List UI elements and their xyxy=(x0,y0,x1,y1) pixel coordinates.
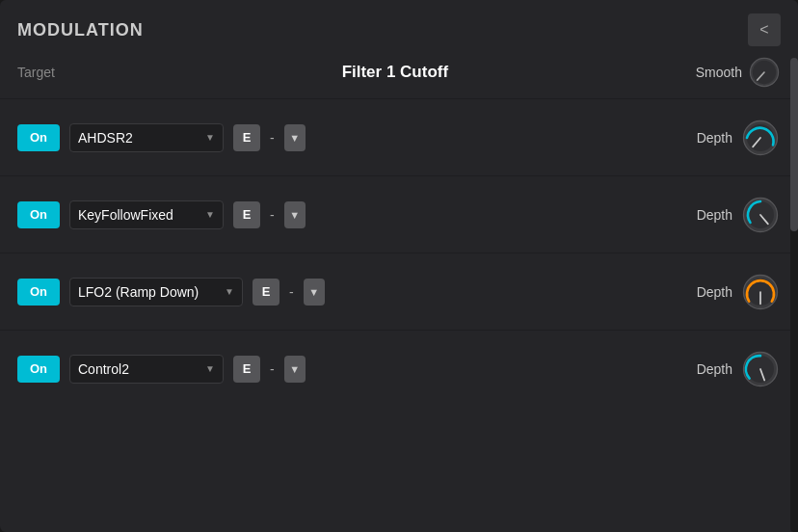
on-button-3[interactable]: On xyxy=(17,279,60,306)
source-name-2: KeyFollowFixed xyxy=(78,207,173,223)
e-button-2[interactable]: E xyxy=(233,201,260,228)
panel-title: MODULATION xyxy=(17,20,144,40)
small-chevron-btn-4[interactable]: ▼ xyxy=(284,356,306,383)
on-button-2[interactable]: On xyxy=(17,201,60,228)
small-chevron-btn-2[interactable]: ▼ xyxy=(284,201,306,228)
target-row: Target Filter 1 Cutoff Smooth xyxy=(0,56,798,98)
depth-area-3: Depth xyxy=(697,272,781,312)
depth-knob-2[interactable] xyxy=(740,195,781,235)
chevron-icon-2: ▼ xyxy=(205,209,215,220)
depth-area-4: Depth xyxy=(697,349,781,389)
depth-knob-4[interactable] xyxy=(740,349,781,389)
depth-label-2: Depth xyxy=(697,207,732,223)
e-button-3[interactable]: E xyxy=(253,279,279,306)
mod-row: On Control2 ▼ E - ▼ Depth xyxy=(0,330,798,407)
modulation-panel: MODULATION < Target Filter 1 Cutoff Smoo… xyxy=(0,0,798,532)
depth-area-2: Depth xyxy=(697,195,781,235)
mod-rows-container: On AHDSR2 ▼ E - ▼ Depth On xyxy=(0,98,798,532)
source-name-4: Control2 xyxy=(78,361,129,377)
depth-area-1: Depth xyxy=(697,118,781,158)
on-button-1[interactable]: On xyxy=(17,124,60,151)
mod-row: On KeyFollowFixed ▼ E - ▼ Depth xyxy=(0,175,798,253)
chevron-icon-1: ▼ xyxy=(205,132,215,143)
mod-row: On AHDSR2 ▼ E - ▼ Depth xyxy=(0,98,798,175)
on-button-4[interactable]: On xyxy=(17,356,60,383)
dash-3: - xyxy=(289,284,294,300)
small-chevron-btn-1[interactable]: ▼ xyxy=(284,124,306,151)
depth-label-1: Depth xyxy=(697,130,732,146)
e-button-4[interactable]: E xyxy=(233,356,260,383)
scrollbar[interactable] xyxy=(790,58,798,532)
source-name-1: AHDSR2 xyxy=(78,130,133,146)
dash-2: - xyxy=(270,207,275,223)
dash-4: - xyxy=(270,361,275,377)
depth-label-4: Depth xyxy=(697,361,732,377)
filter-name: Filter 1 Cutoff xyxy=(110,63,680,82)
source-dropdown-3[interactable]: LFO2 (Ramp Down) ▼ xyxy=(69,278,243,306)
mod-row: On LFO2 (Ramp Down) ▼ E - ▼ Depth xyxy=(0,253,798,330)
source-dropdown-1[interactable]: AHDSR2 ▼ xyxy=(69,123,224,152)
source-dropdown-2[interactable]: KeyFollowFixed ▼ xyxy=(69,200,224,229)
smooth-area: Smooth xyxy=(696,56,781,89)
small-chevron-btn-3[interactable]: ▼ xyxy=(304,279,325,306)
e-button-1[interactable]: E xyxy=(233,124,260,151)
chevron-icon-4: ▼ xyxy=(205,363,215,374)
scrollbar-thumb[interactable] xyxy=(790,58,798,231)
smooth-knob[interactable] xyxy=(748,56,781,89)
depth-label-3: Depth xyxy=(697,284,732,300)
source-name-3: LFO2 (Ramp Down) xyxy=(78,284,199,300)
panel-header: MODULATION < xyxy=(0,0,798,56)
smooth-label: Smooth xyxy=(696,65,742,80)
depth-knob-1[interactable] xyxy=(740,118,781,158)
chevron-icon-3: ▼ xyxy=(225,286,234,297)
dash-1: - xyxy=(270,130,275,146)
target-label: Target xyxy=(17,65,66,80)
source-dropdown-4[interactable]: Control2 ▼ xyxy=(69,355,224,384)
collapse-button[interactable]: < xyxy=(748,13,781,46)
depth-knob-3[interactable] xyxy=(740,272,781,312)
